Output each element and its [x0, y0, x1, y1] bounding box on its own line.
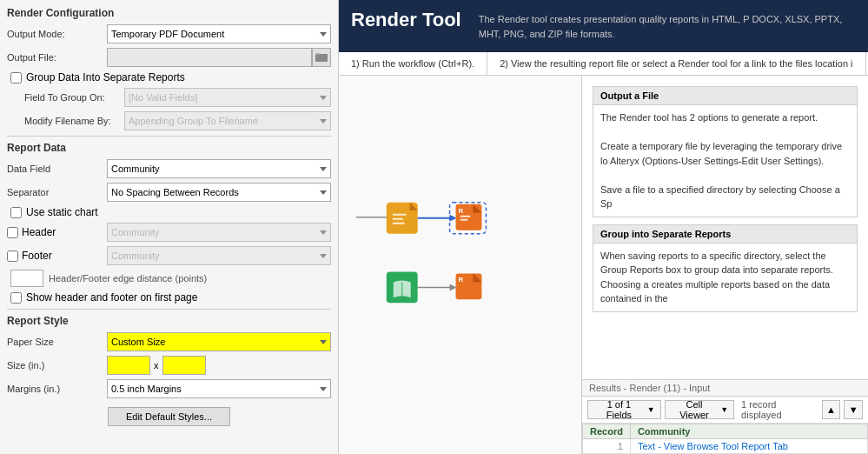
field-group-select[interactable]: [No Valid Fields]	[124, 88, 331, 107]
group-data-label: Group Data Into Separate Reports	[26, 71, 185, 83]
output-file-label: Output File:	[7, 52, 107, 63]
svg-rect-0	[315, 54, 328, 62]
group-data-checkbox[interactable]	[10, 72, 22, 83]
output-file-body: The Render tool has 2 options to generat…	[593, 105, 857, 217]
svg-rect-1	[315, 53, 320, 55]
margins-select[interactable]: 0.5 inch Margins	[107, 379, 331, 398]
edit-styles-button[interactable]: Edit Default Styles...	[108, 407, 230, 426]
results-area: Results - Render (11) - Input 1 of 1 Fie…	[582, 379, 868, 454]
community-column-header: Community	[630, 424, 867, 439]
svg-marker-8	[450, 215, 457, 222]
field-group-label: Field To Group On:	[24, 92, 124, 103]
folder-icon	[315, 52, 328, 63]
group-reports-section: Group into Separate Reports When saving …	[593, 224, 858, 312]
footer-label: Footer	[22, 250, 52, 262]
show-header-checkbox[interactable]	[10, 292, 22, 304]
field-group-row: Field To Group On: [No Valid Fields]	[7, 88, 331, 107]
results-table: Record Community 1 Text - View Browse To…	[582, 424, 868, 454]
header-row: Header Community	[7, 223, 331, 242]
paper-size-label: Paper Size	[7, 337, 107, 347]
results-toolbar: 1 of 1 Fields ▼ Cell Viewer ▼ 1 record d…	[582, 397, 868, 424]
output-file-section: Output a File The Render tool has 2 opti…	[593, 86, 858, 217]
separator-select[interactable]: No Spacing Between Records	[107, 183, 331, 202]
group-data-row: Group Data Into Separate Reports	[7, 71, 331, 83]
workflow-diagram: R R	[339, 76, 581, 454]
header-label: Header	[22, 226, 56, 238]
next-record-button[interactable]: ▼	[844, 400, 863, 419]
results-table-header-row: Record Community	[583, 424, 868, 439]
header-select[interactable]: Community	[107, 223, 331, 242]
data-field-select[interactable]: Community	[107, 159, 331, 178]
cell-viewer-button[interactable]: Cell Viewer ▼	[665, 400, 734, 419]
step1-button[interactable]: 1) Run the workflow (Ctrl+R).	[339, 52, 487, 75]
edge-distance-input[interactable]: 0	[10, 270, 43, 287]
record-count: 1 record displayed	[741, 399, 818, 420]
show-header-row: Show header and footer on first page	[7, 291, 331, 304]
header-checkbox[interactable]	[7, 227, 18, 238]
output-file-row: Output File:	[7, 48, 331, 67]
step2-button[interactable]: 2) View the resulting report file or sel…	[487, 52, 865, 75]
fields-button[interactable]: 1 of 1 Fields ▼	[587, 400, 661, 419]
show-header-label: Show header and footer on first page	[26, 291, 197, 304]
tool-content: R R Output a File	[339, 76, 868, 454]
svg-rect-6	[393, 218, 403, 220]
results-tool-label: Render (11) - Input	[629, 383, 710, 393]
edge-distance-label: Header/Footer edge distance (points)	[49, 273, 207, 284]
right-panel: Render Tool The Render tool creates pres…	[339, 0, 868, 454]
render-config-section: Render Configuration Output Mode: Tempor…	[7, 7, 331, 130]
footer-row: Footer Community	[7, 246, 331, 265]
static-chart-label: Use static chart	[26, 206, 98, 218]
margins-label: Margins (in.)	[7, 384, 107, 394]
output-mode-row: Output Mode: Temporary PDF Document	[7, 24, 331, 43]
svg-rect-12	[461, 216, 471, 217]
svg-rect-13	[461, 219, 468, 221]
steps-bar: 1) Run the workflow (Ctrl+R). 2) View th…	[339, 52, 868, 76]
size-x-separator: x	[154, 360, 159, 371]
right-content: Output a File The Render tool has 2 opti…	[582, 76, 868, 454]
cell-viewer-label: Cell Viewer	[671, 399, 718, 420]
size-height-input[interactable]: 11	[162, 356, 206, 375]
modify-filename-row: Modify Filename By: Appending Group To F…	[7, 111, 331, 130]
output-file-input[interactable]	[107, 48, 312, 67]
svg-marker-17	[450, 284, 457, 290]
svg-text:R: R	[459, 207, 464, 215]
separator-label: Separator	[7, 187, 107, 197]
report-data-title: Report Data	[7, 142, 331, 154]
static-chart-row: Use static chart	[7, 206, 331, 218]
output-file-header: Output a File	[593, 87, 857, 105]
size-label: Size (in.)	[7, 360, 107, 371]
tool-title: Render Tool	[351, 9, 461, 31]
info-content: Output a File The Render tool has 2 opti…	[582, 76, 868, 379]
report-style-section: Report Style Paper Size Custom Size Size…	[7, 315, 331, 426]
report-style-title: Report Style	[7, 315, 331, 327]
report-data-section: Report Data Data Field Community Separat…	[7, 142, 331, 304]
output-mode-select[interactable]: Temporary PDF Document	[107, 24, 331, 43]
prev-record-button[interactable]: ▲	[822, 400, 841, 419]
community-cell: Text - View Browse Tool Report Tab	[630, 439, 867, 454]
record-number-cell: 1	[583, 439, 631, 454]
edge-distance-row: 0 Header/Footer edge distance (points)	[7, 270, 331, 287]
footer-checkbox[interactable]	[7, 250, 18, 262]
size-width-input[interactable]: 8.5	[107, 356, 150, 375]
community-link[interactable]: Text - View Browse Tool Report Tab	[638, 441, 788, 451]
left-panel: Render Configuration Output Mode: Tempor…	[0, 0, 339, 454]
group-reports-body: When saving reports to a specific direct…	[593, 244, 857, 311]
data-field-row: Data Field Community	[7, 159, 331, 178]
svg-rect-5	[393, 214, 407, 216]
static-chart-checkbox[interactable]	[10, 207, 22, 218]
table-row: 1 Text - View Browse Tool Report Tab	[583, 439, 868, 454]
output-mode-label: Output Mode:	[7, 29, 107, 39]
fields-chevron-icon: ▼	[647, 405, 655, 414]
fields-button-label: 1 of 1 Fields	[593, 399, 645, 420]
tool-header: Render Tool The Render tool creates pres…	[339, 0, 868, 52]
svg-text:R: R	[459, 276, 464, 284]
tool-description: The Render tool creates presentation qua…	[479, 9, 856, 41]
modify-filename-select[interactable]: Appending Group To Filename	[124, 111, 331, 130]
output-file-browse-button[interactable]	[312, 48, 331, 67]
results-header: Results - Render (11) - Input	[582, 380, 868, 397]
margins-row: Margins (in.) 0.5 inch Margins	[7, 379, 331, 398]
footer-select[interactable]: Community	[107, 246, 331, 265]
paper-size-select[interactable]: Custom Size	[107, 332, 331, 351]
size-row: Size (in.) 8.5 x 11	[7, 356, 331, 375]
render-config-title: Render Configuration	[7, 7, 331, 19]
